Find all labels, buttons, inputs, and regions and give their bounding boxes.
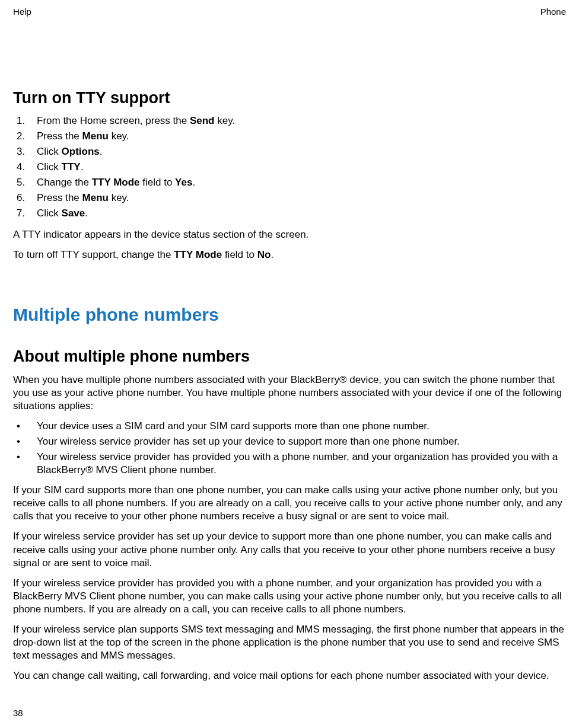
- page-header: Help Phone: [13, 6, 566, 18]
- list-item: Change the TTY Mode field to Yes.: [13, 176, 566, 189]
- list-item: Your device uses a SIM card and your SIM…: [13, 420, 566, 433]
- list-item: Click TTY.: [13, 161, 566, 174]
- header-left: Help: [13, 6, 31, 18]
- body-paragraph: If your wireless service plan supports S…: [13, 623, 566, 662]
- about-intro-paragraph: When you have multiple phone numbers ass…: [13, 373, 566, 413]
- list-item: Your wireless service provider has set u…: [13, 435, 566, 448]
- list-item: Click Options.: [13, 145, 566, 158]
- section-title-about-multiple: About multiple phone numbers: [13, 346, 566, 367]
- tty-turnoff-paragraph: To turn off TTY support, change the TTY …: [13, 248, 566, 261]
- chapter-title-multiple-numbers: Multiple phone numbers: [13, 303, 566, 326]
- header-right: Phone: [540, 6, 566, 18]
- page-number: 38: [13, 707, 23, 719]
- list-item: Press the Menu key.: [13, 130, 566, 143]
- tty-indicator-paragraph: A TTY indicator appears in the device st…: [13, 228, 566, 241]
- list-item: Click Save.: [13, 207, 566, 220]
- situations-list: Your device uses a SIM card and your SIM…: [13, 420, 566, 477]
- body-paragraph: You can change call waiting, call forwar…: [13, 669, 566, 682]
- list-item: Your wireless service provider has provi…: [13, 451, 566, 477]
- list-item: Press the Menu key.: [13, 191, 566, 205]
- body-paragraph: If your wireless service provider has se…: [13, 530, 566, 569]
- tty-steps-list: From the Home screen, press the Send key…: [13, 114, 566, 221]
- list-item: From the Home screen, press the Send key…: [13, 114, 566, 127]
- body-paragraph: If your wireless service provider has pr…: [13, 577, 566, 616]
- body-paragraph: If your SIM card supports more than one …: [13, 484, 566, 523]
- section-title-tty: Turn on TTY support: [13, 88, 566, 108]
